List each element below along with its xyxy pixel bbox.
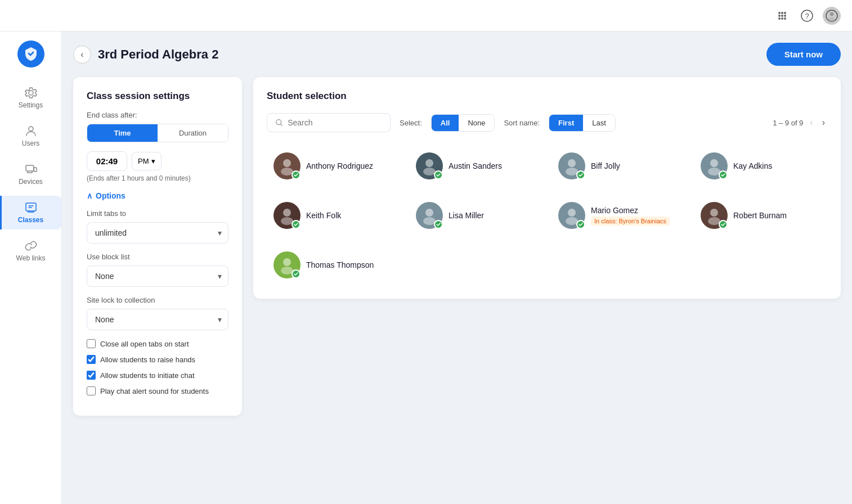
svg-point-2	[784, 12, 786, 14]
students-grid: Anthony RodriguezAustin SandersBiff Joll…	[267, 146, 827, 285]
sidebar-item-settings-label: Settings	[19, 101, 43, 109]
limit-tabs-label: Limit tabs to	[87, 209, 228, 218]
end-class-label: End class after:	[87, 111, 228, 119]
svg-point-29	[425, 209, 433, 217]
check-badge	[719, 170, 728, 179]
select-label: Select:	[400, 119, 422, 127]
search-input[interactable]	[288, 118, 382, 127]
svg-point-8	[784, 17, 786, 20]
avatar-wrap	[558, 152, 585, 179]
help-icon[interactable]: ?	[798, 7, 816, 25]
next-page-button[interactable]: ›	[820, 115, 827, 130]
block-list-select[interactable]: None	[87, 266, 228, 287]
search-icon	[275, 118, 283, 127]
avatar-wrap	[701, 152, 728, 179]
sidebar-item-devices-label: Devices	[19, 178, 43, 186]
student-info: Kay Adkins	[733, 161, 772, 170]
check-badge	[434, 170, 443, 179]
student-item[interactable]: Keith Folk	[267, 195, 400, 236]
sort-last-button[interactable]: Last	[583, 115, 615, 131]
select-all-none-group: All None	[431, 114, 495, 132]
pagination-text: 1 – 9 of 9	[773, 119, 803, 127]
avatar-wrap	[273, 202, 301, 229]
student-item[interactable]: Biff Jolly	[551, 146, 685, 186]
student-name: Thomas Thompson	[306, 260, 374, 269]
checkbox-label-raise-hands: Allow students to raise hands	[100, 356, 195, 364]
site-lock-label: Site lock to collection	[87, 296, 228, 304]
options-toggle[interactable]: ∧ Options	[87, 191, 228, 200]
cards-row: Class session settings End class after: …	[73, 77, 841, 416]
main-content: ‹ 3rd Period Algebra 2 Start now Class s…	[62, 32, 852, 504]
checkbox-initiate-chat[interactable]	[87, 371, 96, 380]
student-name: Keith Folk	[306, 211, 341, 220]
student-item[interactable]: Anthony Rodriguez	[267, 146, 400, 186]
student-info: Biff Jolly	[591, 161, 620, 170]
sidebar-item-classes[interactable]: Classes	[0, 196, 61, 230]
svg-point-0	[778, 12, 781, 14]
avatar-wrap	[558, 202, 585, 229]
svg-point-23	[568, 159, 576, 167]
svg-point-14	[29, 127, 33, 131]
back-button[interactable]: ‹	[73, 46, 91, 64]
options-label: Options	[96, 191, 125, 200]
checkbox-label-chat-alert: Play chat alert sound for students	[100, 387, 209, 395]
app-logo	[17, 40, 44, 68]
checkbox-close-tabs[interactable]	[87, 339, 96, 348]
sidebar-item-users[interactable]: Users	[6, 119, 56, 153]
student-item[interactable]: Robert Burnam	[694, 195, 827, 236]
avatar-wrap	[273, 152, 301, 179]
svg-point-4	[781, 15, 783, 17]
svg-point-27	[283, 209, 291, 217]
site-lock-select[interactable]: None	[87, 309, 228, 330]
duration-tab[interactable]: Duration	[158, 124, 228, 142]
svg-rect-15	[26, 165, 34, 171]
check-badge	[719, 220, 728, 229]
checkbox-row-raise-hands: Allow students to raise hands	[87, 355, 228, 364]
site-lock-wrapper: None ▾	[87, 309, 228, 330]
student-info: Robert Burnam	[733, 211, 787, 220]
checkbox-raise-hands[interactable]	[87, 355, 96, 364]
student-info: Anthony Rodriguez	[306, 161, 373, 170]
student-item[interactable]: Mario GomezIn class: Byron's Brainiacs	[551, 195, 685, 236]
avatar-wrap	[273, 251, 301, 278]
svg-text:?: ?	[805, 12, 809, 20]
select-all-button[interactable]: All	[432, 115, 459, 131]
checkbox-label-initiate-chat: Allow students to initiate chat	[100, 371, 195, 380]
avatar-wrap	[416, 202, 443, 229]
grid-icon[interactable]	[773, 7, 791, 25]
sidebar-item-settings[interactable]: Settings	[6, 81, 56, 115]
student-item[interactable]: Lisa Miller	[409, 195, 542, 236]
svg-point-19	[283, 159, 291, 167]
svg-point-3	[778, 15, 781, 17]
am-pm-chevron: ▾	[151, 157, 155, 165]
svg-point-31	[568, 209, 576, 217]
student-item[interactable]: Austin Sanders	[409, 146, 542, 186]
time-tab[interactable]: Time	[87, 124, 158, 142]
am-pm-selector[interactable]: PM ▾	[132, 152, 162, 170]
checkbox-row-close-tabs: Close all open tabs on start	[87, 339, 228, 348]
student-name: Mario Gomez	[591, 206, 670, 215]
limit-tabs-select[interactable]: unlimited 123510	[87, 222, 228, 244]
page-header: ‹ 3rd Period Algebra 2 Start now	[73, 43, 841, 66]
sidebar: Settings Users Devices Classes	[0, 32, 62, 504]
pagination: 1 – 9 of 9 ‹ ›	[773, 115, 827, 130]
student-item[interactable]: Kay Adkins	[694, 146, 827, 186]
start-now-button[interactable]: Start now	[766, 43, 841, 66]
user-avatar[interactable]	[823, 7, 841, 25]
select-none-button[interactable]: None	[459, 115, 494, 131]
student-item[interactable]: Thomas Thompson	[267, 245, 400, 285]
sort-first-button[interactable]: First	[549, 115, 583, 131]
sidebar-item-devices[interactable]: Devices	[6, 158, 56, 191]
time-input[interactable]	[87, 151, 127, 171]
prev-page-button[interactable]: ‹	[808, 115, 815, 130]
svg-point-1	[781, 12, 783, 14]
sidebar-item-weblinks[interactable]: Web links	[6, 234, 56, 268]
svg-point-35	[283, 258, 291, 266]
student-info: Mario GomezIn class: Byron's Brainiacs	[591, 206, 670, 226]
student-info: Austin Sanders	[449, 161, 502, 170]
topbar: ?	[0, 0, 852, 32]
check-badge	[576, 220, 585, 229]
checkbox-chat-alert[interactable]	[87, 386, 96, 395]
check-badge	[292, 220, 301, 229]
avatar-wrap	[701, 202, 728, 229]
